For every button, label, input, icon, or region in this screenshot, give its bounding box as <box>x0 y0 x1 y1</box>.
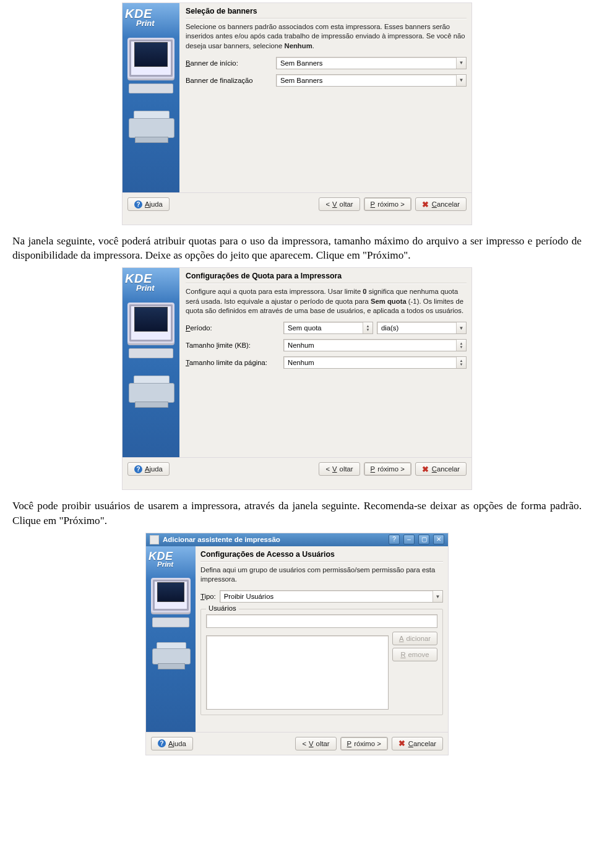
monitor-icon <box>127 38 174 79</box>
user-access-dialog: Adicionar assistente de impressão ? – ▢ … <box>145 533 449 755</box>
titlebar[interactable]: Adicionar assistente de impressão ? – ▢ … <box>146 533 448 546</box>
quota-settings-dialog: KDE Print Configurações de Quota para a … <box>122 267 472 490</box>
help-button[interactable]: ? Ajuda <box>127 462 170 476</box>
page-description: Selecione os banners padrão associados c… <box>186 22 467 51</box>
start-banner-label: Banner de início: <box>186 59 272 67</box>
wizard-sidebar: KDE Print <box>123 3 179 192</box>
kde-print-logo: KDE Print <box>125 272 177 293</box>
divider <box>186 18 467 19</box>
divider <box>200 561 443 562</box>
kde-print-logo: KDE Print <box>148 550 193 568</box>
spin-arrows-icon: ▲▼ <box>456 357 466 368</box>
cancel-button[interactable]: ✖ Cancelar <box>392 737 443 750</box>
back-button[interactable]: < Voltar <box>319 462 359 476</box>
groupbox-title: Usuários <box>206 604 239 612</box>
keyboard-icon <box>129 348 173 358</box>
cancel-button[interactable]: ✖ Cancelar <box>415 462 467 476</box>
size-limit-label: Tamanho limite (KB): <box>186 342 280 349</box>
window-icon <box>150 535 159 544</box>
doc-paragraph-2: Você pode proibir usuários de usarem a i… <box>12 499 582 527</box>
close-button[interactable]: ✕ <box>433 535 444 544</box>
help-icon: ? <box>134 200 142 208</box>
page-limit-spin[interactable]: Nenhum ▲▼ <box>283 356 467 369</box>
back-button[interactable]: < Voltar <box>295 737 336 750</box>
page-title: Configurações de Acesso a Usuários <box>200 550 443 559</box>
page-description: Configure aqui a quota para esta impress… <box>186 287 467 316</box>
user-input[interactable] <box>206 614 437 628</box>
end-banner-combo[interactable]: Sem Banners ▼ <box>276 74 467 87</box>
divider <box>186 283 467 283</box>
size-limit-spin[interactable]: Nenhum ▲▼ <box>283 339 467 351</box>
page-limit-label: Tamanho limite da página: <box>186 359 280 366</box>
keyboard-icon <box>129 84 173 93</box>
banner-selection-dialog: KDE Print Seleção de banners Selecione o… <box>122 2 472 225</box>
end-banner-label: Banner de finalização <box>186 77 272 84</box>
help-icon: ? <box>158 739 166 747</box>
back-button[interactable]: < Voltar <box>319 197 359 211</box>
chevron-down-icon: ▼ <box>456 58 466 69</box>
wizard-sidebar: KDE Print <box>146 546 196 732</box>
next-button[interactable]: Próximo > <box>340 737 388 750</box>
start-banner-combo[interactable]: Sem Banners ▼ <box>276 57 467 69</box>
cancel-icon: ✖ <box>398 740 406 747</box>
page-title: Configurações de Quota para a Impressora <box>186 272 467 280</box>
minimize-button[interactable]: – <box>403 535 415 544</box>
monitor-icon <box>127 303 174 343</box>
kde-print-logo: KDE Print <box>125 7 177 28</box>
help-icon: ? <box>134 465 142 473</box>
monitor-icon <box>151 578 191 612</box>
spin-arrows-icon: ▲▼ <box>456 340 466 351</box>
period-spin[interactable]: Sem quota ▲▼ <box>283 322 373 334</box>
period-unit-combo[interactable]: dia(s) ▼ <box>377 322 467 334</box>
wizard-sidebar: KDE Print <box>123 268 179 457</box>
next-button[interactable]: Próximo > <box>364 197 411 211</box>
period-label: Período: <box>186 324 280 332</box>
printer-icon <box>152 642 189 669</box>
users-groupbox: Usuários Adicionar Remove <box>200 609 443 715</box>
printer-icon <box>129 111 173 143</box>
spin-arrows-icon: ▲▼ <box>363 322 372 333</box>
cancel-button[interactable]: ✖ Cancelar <box>415 197 467 211</box>
printer-icon <box>129 376 173 408</box>
chevron-down-icon: ▼ <box>456 75 466 86</box>
next-button[interactable]: Próximo > <box>364 462 411 476</box>
users-listbox[interactable] <box>206 635 389 710</box>
chevron-down-icon: ▼ <box>456 322 466 333</box>
help-button[interactable]: ? Ajuda <box>127 197 170 211</box>
doc-paragraph-1: Na janela seguinte, você poderá atribuir… <box>12 234 582 262</box>
cancel-icon: ✖ <box>422 200 429 208</box>
type-label: Tipo: <box>200 593 216 600</box>
page-description: Defina aqui um grupo de usuários com per… <box>200 565 443 585</box>
type-combo[interactable]: Proibir Usuários ▼ <box>220 590 443 603</box>
help-button[interactable]: ? Ajuda <box>151 737 193 750</box>
page-title: Seleção de banners <box>186 7 467 15</box>
window-title: Adicionar assistente de impressão <box>163 536 280 543</box>
add-user-button[interactable]: Adicionar <box>392 632 437 645</box>
help-titlebar-button[interactable]: ? <box>389 535 400 544</box>
maximize-button[interactable]: ▢ <box>418 535 429 544</box>
chevron-down-icon: ▼ <box>433 591 442 602</box>
keyboard-icon <box>152 617 189 627</box>
cancel-icon: ✖ <box>422 465 429 473</box>
remove-user-button[interactable]: Remove <box>392 648 437 661</box>
